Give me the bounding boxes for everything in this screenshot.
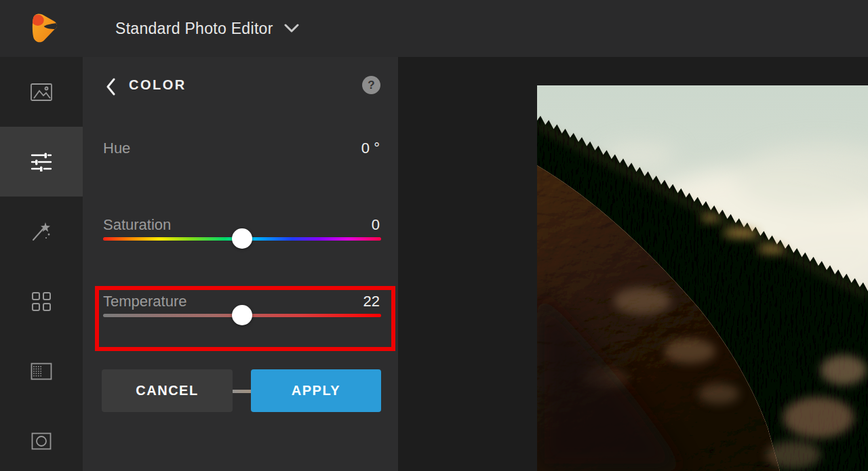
sidebar-item-photo[interactable] — [0, 57, 83, 127]
question-mark-icon: ? — [368, 79, 374, 92]
sidebar-item-effects[interactable] — [0, 197, 83, 266]
chevron-down-icon — [284, 24, 299, 33]
help-button[interactable]: ? — [362, 76, 380, 94]
photo-icon — [30, 82, 53, 102]
app-title: Standard Photo Editor — [115, 20, 273, 38]
top-bar: Standard Photo Editor — [0, 0, 868, 57]
panel-header: COLOR ? — [83, 75, 398, 99]
sidebar-item-vignette[interactable] — [0, 406, 83, 471]
app-title-dropdown[interactable]: Standard Photo Editor — [115, 0, 299, 57]
temperature-value: 22 — [244, 293, 380, 310]
magic-wand-icon — [31, 221, 52, 243]
apply-button[interactable]: APPLY — [251, 369, 381, 412]
tool-sidebar — [0, 57, 83, 471]
editor-canvas — [398, 57, 868, 471]
panel-title: COLOR — [129, 77, 186, 93]
collage-grid-icon — [31, 291, 52, 312]
hue-label: Hue — [103, 140, 239, 157]
back-button[interactable] — [100, 76, 121, 98]
fotor-logo-icon[interactable] — [27, 12, 60, 44]
cancel-button[interactable]: CANCEL — [102, 369, 233, 412]
sidebar-item-adjust[interactable] — [0, 127, 83, 197]
chevron-left-icon — [106, 78, 115, 96]
saturation-value: 0 — [244, 216, 380, 234]
temperature-label: Temperature — [103, 293, 239, 310]
adjust-sliders-icon — [31, 152, 52, 171]
color-panel: COLOR ? Hue 0 ° Saturation 0 Temperature… — [83, 57, 398, 471]
hue-value: 0 ° — [244, 140, 380, 157]
vignette-icon — [31, 432, 52, 450]
saturation-label: Saturation — [103, 216, 239, 234]
sidebar-item-collage[interactable] — [0, 266, 83, 336]
sidebar-item-texture[interactable] — [0, 336, 83, 406]
photo-mountain-landscape — [537, 85, 868, 471]
texture-frame-icon — [31, 363, 52, 380]
